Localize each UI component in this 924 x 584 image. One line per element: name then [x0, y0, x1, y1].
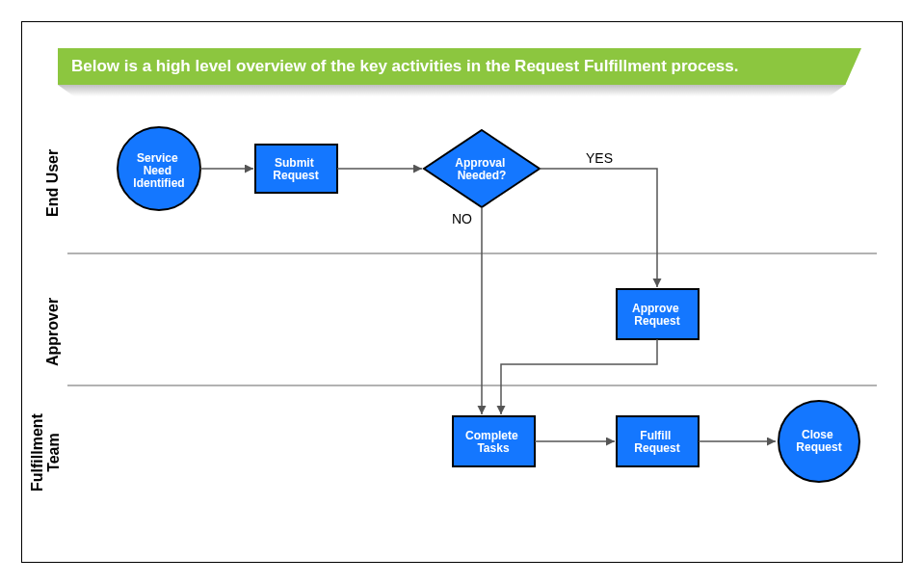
- svg-text:Fulfill
        Request: Fulfill Request: [634, 429, 679, 455]
- svg-text:Submit
        Request: Submit Request: [273, 156, 318, 182]
- flowchart-svg: Service Need Identified Submit Request A…: [0, 0, 924, 584]
- edge-label-no: NO: [452, 211, 472, 226]
- svg-text:Close
        Request: Close Request: [796, 428, 841, 454]
- node-text-line: Request: [634, 314, 679, 328]
- node-service-need-identified: Service Need Identified: [118, 127, 200, 210]
- edge-approval-yes: [540, 169, 657, 287]
- node-text-line: Needed?: [458, 169, 507, 182]
- node-approval-needed: Approval Needed?: [424, 130, 540, 207]
- diagram-frame: Below is a high level overview of the ke…: [0, 0, 924, 584]
- node-text-line: Complete: [465, 429, 518, 442]
- node-text-line: Tasks: [477, 441, 509, 455]
- node-text-line: Approval: [455, 156, 505, 170]
- node-text-line: Request: [634, 441, 679, 455]
- node-text-line: Approve: [632, 302, 679, 315]
- node-submit-request: Submit Request: [255, 145, 337, 193]
- edge-approve-to-complete: [501, 339, 657, 414]
- node-close-request: Close Request: [779, 401, 859, 482]
- node-text-line: Need: [144, 164, 172, 177]
- svg-text:Approve
        Request: Approve Request: [632, 302, 682, 328]
- node-text-line: Submit: [275, 156, 314, 170]
- node-approve-request: Approve Request: [617, 289, 699, 339]
- node-text-line: Identified: [133, 176, 184, 190]
- node-text-line: Close: [802, 428, 833, 441]
- node-text-line: Request: [796, 440, 841, 454]
- node-text-line: Service: [137, 151, 178, 165]
- svg-text:Approval
        Needed?: Approval Needed?: [455, 156, 508, 182]
- node-fulfill-request: Fulfill Request: [617, 416, 699, 466]
- edge-label-yes: YES: [586, 150, 613, 166]
- node-text-line: Request: [273, 169, 318, 182]
- node-text-line: Fulfill: [640, 429, 671, 442]
- node-complete-tasks: Complete Tasks: [453, 416, 535, 466]
